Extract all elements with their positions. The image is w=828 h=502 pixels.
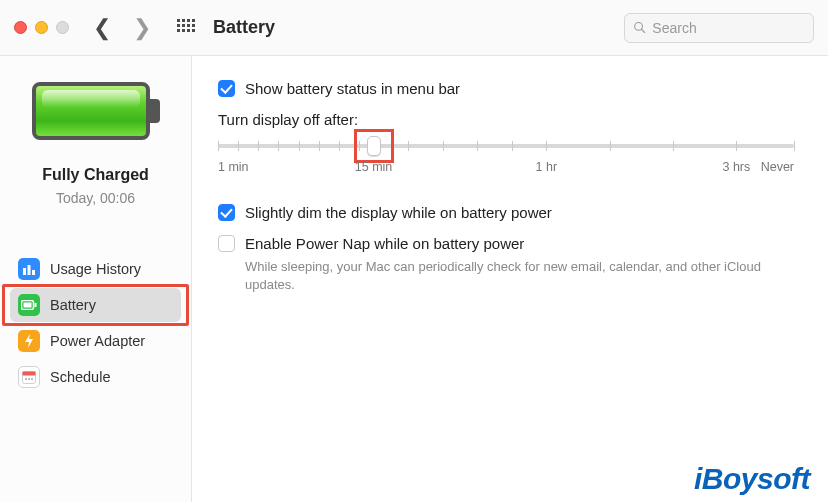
dim-display-row: Slightly dim the display while on batter…: [218, 204, 794, 221]
zoom-window-button[interactable]: [56, 21, 69, 34]
content-pane: Show battery status in menu bar Turn dis…: [192, 56, 828, 502]
slider-tick: [278, 141, 279, 151]
battery-status-time: Today, 00:06: [56, 190, 135, 206]
slider-tick: [238, 141, 239, 151]
calendar-icon: [18, 366, 40, 388]
bar-chart-icon: [18, 258, 40, 280]
slider-tick: [359, 141, 360, 151]
power-nap-checkbox[interactable]: [218, 235, 235, 252]
slider-tick: [443, 141, 444, 151]
slider-tick: [477, 141, 478, 151]
battery-icon: [18, 294, 40, 316]
svg-rect-3: [28, 265, 31, 275]
slider-label: 3 hrs: [722, 160, 750, 174]
slider-label: Never: [761, 160, 794, 174]
svg-rect-7: [24, 303, 32, 308]
slider-tick: [546, 141, 547, 151]
dim-display-label: Slightly dim the display while on batter…: [245, 204, 552, 221]
minimize-window-button[interactable]: [35, 21, 48, 34]
window-controls: [14, 21, 69, 34]
slider-tick: [610, 141, 611, 151]
slider-tick: [299, 141, 300, 151]
sidebar-item-usage-history[interactable]: Usage History: [10, 252, 181, 286]
sidebar-list: Usage History Battery Power Adapter: [0, 252, 191, 394]
slider-handle[interactable]: [367, 136, 381, 156]
search-icon: [633, 20, 646, 35]
bolt-icon: [18, 330, 40, 352]
sidebar-item-power-adapter[interactable]: Power Adapter: [10, 324, 181, 358]
svg-rect-6: [35, 303, 37, 307]
slider-label: 15 min: [355, 160, 393, 174]
search-input[interactable]: [652, 20, 805, 36]
sidebar-item-schedule[interactable]: Schedule: [10, 360, 181, 394]
svg-rect-12: [31, 378, 33, 380]
svg-rect-4: [32, 270, 35, 275]
sidebar-item-label: Usage History: [50, 261, 141, 277]
svg-rect-2: [23, 268, 26, 275]
svg-rect-11: [28, 378, 30, 380]
sidebar: Fully Charged Today, 00:06 Usage History…: [0, 56, 192, 502]
nav-arrows: ❮ ❯: [93, 17, 151, 39]
turn-display-off-title: Turn display off after:: [218, 111, 794, 128]
display-off-slider[interactable]: 1 min15 min1 hr3 hrsNever: [218, 138, 794, 178]
slider-tick: [258, 141, 259, 151]
power-nap-note: While sleeping, your Mac can periodicall…: [245, 258, 794, 294]
search-field[interactable]: [624, 13, 814, 43]
sidebar-item-label: Power Adapter: [50, 333, 145, 349]
show-in-menubar-checkbox[interactable]: [218, 80, 235, 97]
dim-display-checkbox[interactable]: [218, 204, 235, 221]
sidebar-item-label: Schedule: [50, 369, 110, 385]
sidebar-item-battery[interactable]: Battery: [10, 288, 181, 322]
svg-line-1: [641, 29, 644, 32]
slider-tick: [736, 141, 737, 151]
slider-tick: [408, 141, 409, 151]
slider-tick: [218, 141, 219, 151]
back-button[interactable]: ❮: [93, 17, 111, 39]
power-nap-label: Enable Power Nap while on battery power: [245, 235, 524, 252]
slider-tick: [319, 141, 320, 151]
main: Fully Charged Today, 00:06 Usage History…: [0, 56, 828, 502]
sidebar-item-label: Battery: [50, 297, 96, 313]
slider-tick: [673, 141, 674, 151]
slider-tick: [512, 141, 513, 151]
slider-tick: [794, 141, 795, 151]
svg-rect-9: [23, 372, 36, 376]
svg-rect-10: [25, 378, 27, 380]
page-title: Battery: [213, 17, 275, 38]
toolbar: ❮ ❯ Battery: [0, 0, 828, 56]
battery-illustration: [32, 82, 160, 140]
forward-button[interactable]: ❯: [133, 17, 151, 39]
show-in-menubar-row: Show battery status in menu bar: [218, 80, 794, 97]
slider-label: 1 hr: [536, 160, 558, 174]
watermark-logo: iBoysoft: [694, 462, 810, 496]
power-nap-row: Enable Power Nap while on battery power …: [218, 235, 794, 294]
close-window-button[interactable]: [14, 21, 27, 34]
all-settings-grid-icon[interactable]: [177, 19, 195, 37]
battery-status-title: Fully Charged: [42, 166, 149, 184]
show-in-menubar-label: Show battery status in menu bar: [245, 80, 460, 97]
slider-tick: [339, 141, 340, 151]
slider-label: 1 min: [218, 160, 249, 174]
